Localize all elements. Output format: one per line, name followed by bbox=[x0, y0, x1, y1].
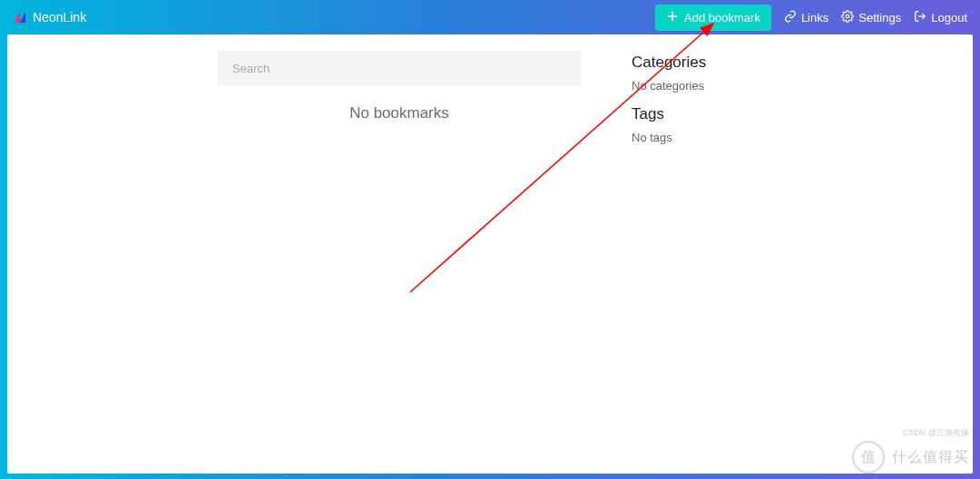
add-bookmark-button[interactable]: Add bookmark bbox=[655, 5, 771, 31]
navbar: NeonLink Add bookmark Links Settings Log… bbox=[0, 0, 980, 34]
site-watermark: 值 什么值得买 bbox=[852, 441, 969, 474]
nav-logout-label: Logout bbox=[931, 11, 967, 24]
no-bookmarks-message: No bookmarks bbox=[349, 104, 449, 122]
nav-settings[interactable]: Settings bbox=[841, 10, 901, 25]
brand[interactable]: NeonLink bbox=[13, 10, 86, 24]
nav-settings-label: Settings bbox=[858, 11, 901, 24]
watermark-text: 什么值得买 bbox=[892, 448, 969, 467]
nav-links-label: Links bbox=[801, 11, 828, 24]
link-icon bbox=[784, 10, 797, 25]
svg-point-2 bbox=[847, 15, 850, 18]
watermark-badge-icon: 值 bbox=[852, 441, 885, 474]
nav-right: Add bookmark Links Settings Logout bbox=[655, 5, 967, 31]
logo-icon bbox=[13, 10, 27, 24]
nav-links[interactable]: Links bbox=[784, 10, 828, 25]
tags-heading: Tags bbox=[632, 105, 951, 123]
main-area: No bookmarks bbox=[29, 51, 606, 474]
logout-icon bbox=[914, 10, 926, 25]
gear-icon bbox=[841, 10, 854, 25]
sidebar: Categories No categories Tags No tags bbox=[606, 51, 951, 474]
plus-icon bbox=[666, 10, 679, 25]
brand-name: NeonLink bbox=[33, 10, 86, 24]
categories-empty: No categories bbox=[632, 79, 951, 93]
csdn-watermark: CSDN @江湖有缘 bbox=[903, 427, 969, 439]
add-bookmark-label: Add bookmark bbox=[684, 11, 760, 24]
nav-logout[interactable]: Logout bbox=[914, 10, 967, 25]
content-panel: No bookmarks Categories No categories Ta… bbox=[7, 34, 973, 474]
categories-heading: Categories bbox=[632, 54, 951, 72]
search-input[interactable] bbox=[218, 51, 581, 86]
tags-empty: No tags bbox=[632, 131, 951, 144]
